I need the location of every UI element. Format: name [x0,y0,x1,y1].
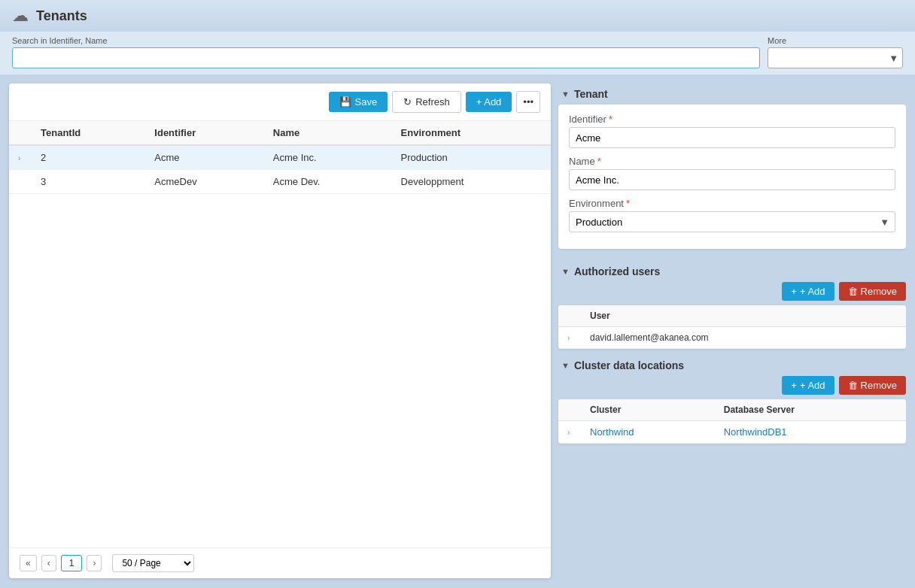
plus-icon: + [791,380,797,391]
collapse-icon: ▼ [561,89,570,99]
cell-id: 3 [32,170,145,194]
environment-label: Environment * [569,198,895,209]
cluster-table-wrapper: Cluster Database Server › Northwind Nort… [558,399,906,444]
pagination: « ‹ 1 › 10 / Page 25 / Page 50 / Page 10… [9,547,551,578]
search-input[interactable] [12,47,760,68]
users-table-wrapper: User › david.lallement@akanea.com [558,305,906,349]
name-input[interactable] [569,169,895,190]
first-page-button[interactable]: « [20,555,37,571]
identifier-group: Identifier * [569,114,895,148]
col-identifier: Identifier [145,121,264,145]
identifier-input[interactable] [569,127,895,148]
user-row[interactable]: › david.lallement@akanea.com [558,327,906,349]
save-icon: 💾 [339,96,351,108]
cell-name: Acme Dev. [264,170,392,194]
environment-group: Environment * Production Developpment St… [569,198,895,232]
cell-environment: Production [392,145,551,170]
authorized-users-title: Authorized users [574,265,660,277]
cell-user: david.lallement@akanea.com [581,327,906,349]
trash-icon: 🗑 [848,286,858,297]
cell-name: Acme Inc. [264,145,392,170]
trash-icon: 🗑 [848,380,858,391]
cluster-row[interactable]: › Northwind NorthwindDB1 [558,421,906,444]
col-name: Name [264,121,392,145]
col-user: User [581,305,906,327]
page-title: Tenants [36,8,87,24]
cell-environment: Developpment [392,170,551,194]
identifier-label: Identifier * [569,114,895,125]
cluster-section-title: Cluster data locations [574,359,684,371]
expand-icon: › [18,154,20,162]
tenant-form: Identifier * Name * Environment * [558,105,906,249]
expand-icon: › [567,334,570,342]
col-environment: Environment [392,121,551,145]
save-button[interactable]: 💾 Save [329,92,388,112]
right-panel: ▼ Tenant Identifier * Name * [551,83,906,578]
cluster-toolbar: + + Add 🗑 Remove [558,376,906,395]
cell-identifier: Acme [145,145,264,170]
add-user-button[interactable]: + + Add [782,282,834,301]
authorized-users-toolbar: + + Add 🗑 Remove [558,282,906,301]
next-page-button[interactable]: › [87,555,102,571]
more-label: More [768,36,903,45]
authorized-users-header[interactable]: ▼ Authorized users [558,261,906,282]
toolbar: 💾 Save ↻ Refresh + Add ••• [9,83,551,121]
authorized-users-section: ▼ Authorized users + + Add 🗑 Remove [558,261,906,349]
cell-dbserver: NorthwindDB1 [715,421,906,444]
left-panel: 💾 Save ↻ Refresh + Add ••• TenantId [9,83,551,578]
refresh-button[interactable]: ↻ Refresh [392,91,461,113]
col-cluster: Cluster [581,399,715,421]
tenant-section-title: Tenant [574,88,608,100]
cluster-data-section: ▼ Cluster data locations + + Add 🗑 Remov… [558,355,906,444]
table-row[interactable]: › 2 Acme Acme Inc. Production [9,145,551,170]
cell-id: 2 [32,145,145,170]
remove-user-button[interactable]: 🗑 Remove [839,282,906,301]
data-table: TenantId Identifier Name Environment › 2… [9,121,551,547]
tenant-section-header[interactable]: ▼ Tenant [558,83,906,105]
tenant-section: ▼ Tenant Identifier * Name * [558,83,906,255]
col-dbserver: Database Server [715,399,906,421]
environment-select[interactable]: Production Developpment Staging [569,211,895,232]
expand-icon: › [567,429,570,437]
authorized-users-content: + + Add 🗑 Remove User [558,282,906,349]
more-select[interactable] [768,47,903,68]
current-page: 1 [61,555,83,571]
col-tenantid: TenantId [32,121,145,145]
collapse-icon: ▼ [561,267,570,276]
cluster-content: + + Add 🗑 Remove Cluster [558,376,906,444]
cloud-icon: ☁ [12,6,29,26]
table-row[interactable]: 3 AcmeDev Acme Dev. Developpment [9,170,551,194]
collapse-icon: ▼ [561,361,570,370]
add-button[interactable]: + Add [466,92,512,112]
add-cluster-button[interactable]: + + Add [782,376,834,395]
remove-cluster-button[interactable]: 🗑 Remove [839,376,906,395]
refresh-icon: ↻ [403,96,412,108]
cell-identifier: AcmeDev [145,170,264,194]
page-size-select[interactable]: 10 / Page 25 / Page 50 / Page 100 / Page [112,554,194,572]
cell-cluster: Northwind [581,421,715,444]
cluster-section-header[interactable]: ▼ Cluster data locations [558,355,906,376]
search-label: Search in Identifier, Name [12,36,760,45]
prev-page-button[interactable]: ‹ [41,555,56,571]
ellipsis-icon: ••• [523,96,533,108]
plus-icon: + [791,286,797,297]
name-group: Name * [569,156,895,190]
more-button[interactable]: ••• [516,91,540,113]
name-label: Name * [569,156,895,167]
